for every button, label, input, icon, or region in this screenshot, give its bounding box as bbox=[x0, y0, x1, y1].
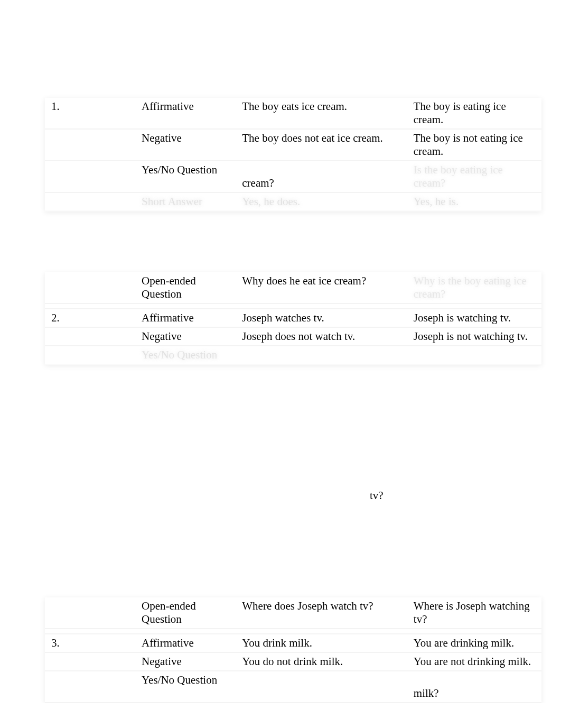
fragment-text: tv? bbox=[370, 489, 384, 502]
simple-form: You drink milk. bbox=[240, 634, 412, 652]
table-row: 2. Affirmative Joseph watches tv. Joseph… bbox=[45, 309, 541, 327]
row-number: 2. bbox=[45, 309, 139, 327]
grammar-table-1: 1. Affirmative The boy eats ice cream. T… bbox=[45, 98, 541, 211]
table-row: Short Answer Yes, he does. Yes, he is. bbox=[45, 192, 541, 211]
sentence-type: Open-ended Question bbox=[139, 272, 240, 303]
sentence-type: Affirmative bbox=[139, 98, 240, 129]
row-number bbox=[45, 652, 139, 671]
row-number bbox=[45, 346, 139, 364]
progressive-form: Yes, he is. bbox=[412, 192, 541, 211]
sentence-type: Short Answer bbox=[139, 192, 240, 211]
simple-form: Joseph watches tv. bbox=[240, 309, 412, 327]
simple-form bbox=[240, 346, 412, 364]
row-number bbox=[45, 327, 139, 346]
progressive-form: The boy is eating ice cream. bbox=[412, 98, 541, 129]
section-gap bbox=[0, 505, 561, 597]
sentence-type: Affirmative bbox=[139, 634, 240, 652]
simple-form: The boy does not eat ice cream. bbox=[240, 129, 412, 161]
row-number bbox=[45, 597, 139, 629]
simple-form: cream? bbox=[240, 161, 412, 192]
floating-text: tv? bbox=[0, 489, 561, 505]
table-row bbox=[45, 303, 541, 309]
simple-form: Why does he eat ice cream? bbox=[240, 272, 412, 303]
progressive-form: Why is the boy eating ice cream? bbox=[412, 272, 541, 303]
sentence-type: Affirmative bbox=[139, 309, 240, 327]
progressive-form: Where is Joseph watching tv? bbox=[412, 597, 541, 629]
grammar-table-3: Open-ended Question Where does Joseph wa… bbox=[45, 597, 541, 703]
progressive-form: Joseph is watching tv. bbox=[412, 309, 541, 327]
table-row: Yes/No Question bbox=[45, 346, 541, 364]
simple-form bbox=[240, 671, 412, 703]
table-row: Open-ended Question Why does he eat ice … bbox=[45, 272, 541, 303]
progressive-form: The boy is not eating ice cream. bbox=[412, 129, 541, 161]
grammar-table-2: Open-ended Question Why does he eat ice … bbox=[45, 272, 541, 365]
table-row: Yes/No Question milk? bbox=[45, 671, 541, 703]
sentence-type: Negative bbox=[139, 129, 240, 161]
progressive-form: milk? bbox=[412, 671, 541, 703]
table-row: Negative The boy does not eat ice cream.… bbox=[45, 129, 541, 161]
progressive-form: You are not drinking milk. bbox=[412, 652, 541, 671]
document-page: 1. Affirmative The boy eats ice cream. T… bbox=[0, 0, 561, 703]
progressive-form: You are drinking milk. bbox=[412, 634, 541, 652]
sentence-type: Yes/No Question bbox=[139, 346, 240, 364]
section-gap bbox=[0, 365, 561, 489]
simple-form: Where does Joseph watch tv? bbox=[240, 597, 412, 629]
sentence-type: Yes/No Question bbox=[139, 671, 240, 703]
sentence-type: Negative bbox=[139, 327, 240, 346]
row-number bbox=[45, 129, 139, 161]
table-row: 3. Affirmative You drink milk. You are d… bbox=[45, 634, 541, 652]
progressive-form: Joseph is not watching tv. bbox=[412, 327, 541, 346]
table-row: Negative Joseph does not watch tv. Josep… bbox=[45, 327, 541, 346]
simple-form: The boy eats ice cream. bbox=[240, 98, 412, 129]
sentence-type: Yes/No Question bbox=[139, 161, 240, 192]
progressive-form bbox=[412, 346, 541, 364]
table-row bbox=[45, 629, 541, 634]
row-number: 1. bbox=[45, 98, 139, 129]
simple-form: You do not drink milk. bbox=[240, 652, 412, 671]
row-number bbox=[45, 161, 139, 192]
table-row: Negative You do not drink milk. You are … bbox=[45, 652, 541, 671]
table-row: Open-ended Question Where does Joseph wa… bbox=[45, 597, 541, 629]
section-gap bbox=[0, 211, 561, 272]
simple-form: Joseph does not watch tv. bbox=[240, 327, 412, 346]
row-number bbox=[45, 192, 139, 211]
sentence-type: Negative bbox=[139, 652, 240, 671]
row-number bbox=[45, 272, 139, 303]
sentence-type: Open-ended Question bbox=[139, 597, 240, 629]
progressive-form: Is the boy eating ice cream? bbox=[412, 161, 541, 192]
table-row: 1. Affirmative The boy eats ice cream. T… bbox=[45, 98, 541, 129]
simple-form: Yes, he does. bbox=[240, 192, 412, 211]
table-row: Yes/No Question cream? Is the boy eating… bbox=[45, 161, 541, 192]
row-number bbox=[45, 671, 139, 703]
row-number: 3. bbox=[45, 634, 139, 652]
